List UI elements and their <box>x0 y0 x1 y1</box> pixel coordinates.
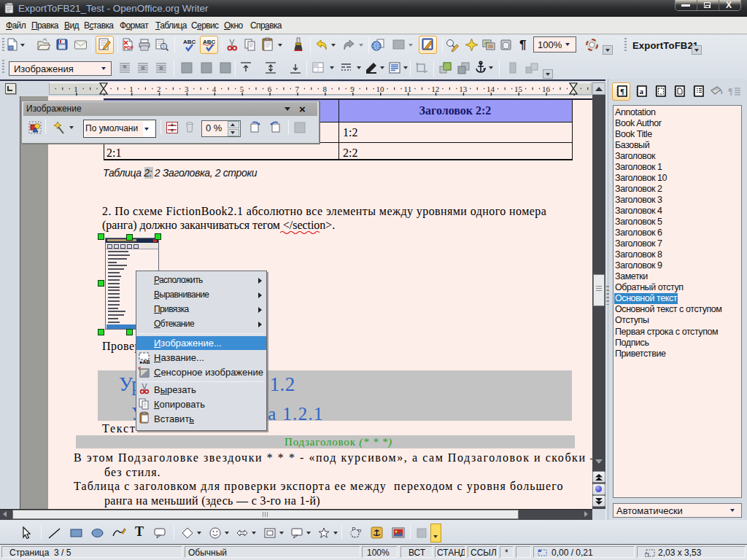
svg-text:¶: ¶ <box>620 87 624 96</box>
svg-text:10: 10 <box>376 85 385 93</box>
svg-text:14: 14 <box>487 85 495 93</box>
svg-text:4: 4 <box>212 85 217 93</box>
svg-text:6: 6 <box>268 85 272 93</box>
svg-text:7: 7 <box>295 85 300 93</box>
svg-text:11: 11 <box>404 85 412 93</box>
svg-text:5: 5 <box>240 85 244 93</box>
svg-text:1: 1 <box>74 85 78 93</box>
svg-text:13: 13 <box>459 85 468 93</box>
svg-text:9: 9 <box>350 85 355 93</box>
svg-text:1: 1 <box>129 85 133 93</box>
svg-text:3: 3 <box>185 85 189 93</box>
svg-text:16: 16 <box>542 85 551 93</box>
svg-text:¶: ¶ <box>728 86 732 96</box>
svg-text:2: 2 <box>157 85 161 93</box>
svg-text:15: 15 <box>514 85 523 93</box>
svg-text:▸AB: ▸AB <box>139 359 150 365</box>
svg-text:a: a <box>640 87 644 96</box>
svg-text:12: 12 <box>431 85 439 93</box>
svg-text:8: 8 <box>322 85 327 93</box>
